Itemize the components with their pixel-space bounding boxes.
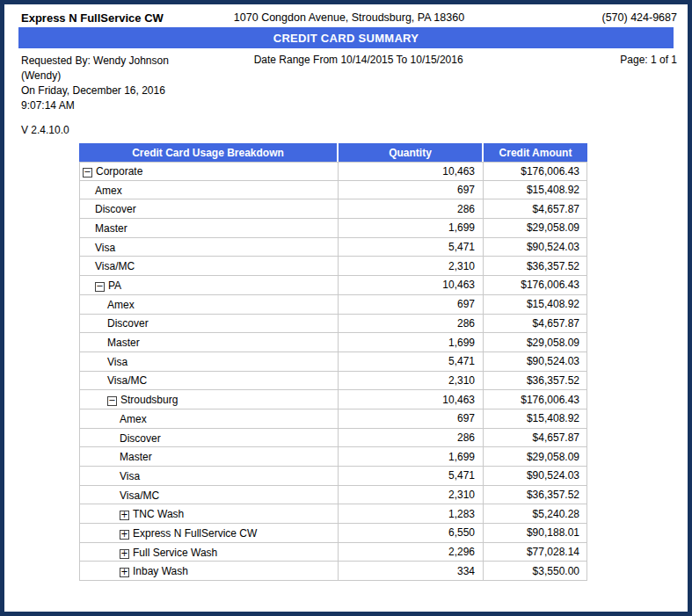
breakdown-cell: Amex <box>79 181 339 200</box>
table-row: −Corporate 10,463 $176,006.43 <box>79 162 587 181</box>
amount-cell: $90,524.03 <box>484 352 587 372</box>
table-row: +Inbay Wash 334 $3,550.00 <box>79 562 587 581</box>
quantity-cell: 5,471 <box>339 467 484 486</box>
table-row: Visa/MC 2,310 $36,357.52 <box>79 486 587 505</box>
report-table-container: Credit Card Usage Breakdown Quantity Cre… <box>79 143 587 581</box>
requested-by-block: Requested By: Wendy Johnson (Wendy) On F… <box>21 54 227 138</box>
row-label: Full Service Wash <box>133 546 217 558</box>
row-label: Amex <box>107 299 135 311</box>
amount-cell: $29,058.09 <box>484 219 587 238</box>
version-label: V 2.4.10.0 <box>21 123 227 138</box>
breakdown-cell: +Full Service Wash <box>79 543 339 562</box>
business-address: 1070 Congdon Avenue, Stroudsburg, PA 183… <box>214 11 484 24</box>
expand-icon[interactable]: + <box>120 530 129 540</box>
breakdown-cell: +TNC Wash <box>79 504 339 524</box>
quantity-cell: 286 <box>339 429 484 448</box>
requested-time: 9:07:14 AM <box>21 98 227 113</box>
quantity-cell: 1,283 <box>339 504 484 524</box>
requested-by-line: Requested By: Wendy Johnson <box>21 54 227 69</box>
collapse-icon[interactable]: − <box>83 168 92 178</box>
quantity-cell: 2,296 <box>339 543 484 562</box>
breakdown-cell: Visa <box>79 352 339 372</box>
amount-cell: $90,524.03 <box>484 467 587 486</box>
expand-icon[interactable]: + <box>120 549 129 559</box>
quantity-cell: 697 <box>339 295 484 315</box>
quantity-cell: 5,471 <box>339 238 484 257</box>
row-label: Discover <box>120 431 161 444</box>
breakdown-cell: Amex <box>79 409 339 429</box>
amount-cell: $36,357.52 <box>484 372 587 391</box>
business-name: Express N FullService CW <box>21 11 214 25</box>
amount-cell: $176,006.43 <box>484 162 587 181</box>
breakdown-cell: Master <box>79 219 339 238</box>
collapse-icon[interactable]: − <box>95 282 105 292</box>
quantity-cell: 1,699 <box>339 447 484 467</box>
requested-by-user: (Wendy) <box>21 69 227 83</box>
table-row: Visa/MC 2,310 $36,357.52 <box>79 372 587 391</box>
table-row: −Stroudsburg 10,463 $176,006.43 <box>79 390 587 409</box>
table-row: +Full Service Wash 2,296 $77,028.14 <box>79 543 587 562</box>
table-row: Visa 5,471 $90,524.03 <box>79 467 587 486</box>
report-title: CREDIT CARD SUMMARY <box>273 32 419 45</box>
quantity-cell: 10,463 <box>339 390 484 409</box>
quantity-cell: 2,310 <box>339 486 484 505</box>
breakdown-cell: Discover <box>79 429 339 448</box>
report-title-bar: CREDIT CARD SUMMARY <box>18 27 674 48</box>
breakdown-cell: Visa/MC <box>79 372 339 391</box>
breakdown-cell: −Corporate <box>79 162 339 181</box>
row-label: Visa <box>120 470 140 482</box>
row-label: Amex <box>120 413 147 425</box>
amount-cell: $29,058.09 <box>484 333 587 352</box>
quantity-cell: 286 <box>339 199 484 219</box>
row-label: Visa/MC <box>95 260 135 272</box>
breakdown-cell: +Inbay Wash <box>79 562 339 581</box>
amount-cell: $15,408.92 <box>484 295 587 315</box>
amount-cell: $4,657.87 <box>484 429 587 448</box>
row-label: Discover <box>95 203 136 215</box>
row-label: PA <box>108 279 121 292</box>
amount-cell: $90,524.03 <box>484 238 587 257</box>
expand-icon[interactable]: + <box>120 511 129 520</box>
row-label: Discover <box>107 317 149 330</box>
amount-cell: $36,357.52 <box>484 486 587 505</box>
quantity-cell: 697 <box>339 181 484 200</box>
amount-cell: $36,357.52 <box>484 257 587 276</box>
amount-cell: $176,006.43 <box>484 276 587 295</box>
report-info: Requested By: Wendy Johnson (Wendy) On F… <box>4 54 688 138</box>
table-row: Discover 286 $4,657.87 <box>79 429 587 448</box>
quantity-cell: 2,310 <box>339 257 484 276</box>
breakdown-cell: Amex <box>79 295 339 315</box>
table-row: −PA 10,463 $176,006.43 <box>79 276 587 295</box>
table-row: Discover 286 $4,657.87 <box>79 315 587 334</box>
row-label: Corporate <box>96 165 142 178</box>
table-row: Amex 697 $15,408.92 <box>79 409 587 429</box>
column-header-breakdown: Credit Card Usage Breakdown <box>79 143 339 162</box>
row-label: Master <box>95 222 127 235</box>
quantity-cell: 6,550 <box>339 524 484 543</box>
row-label: Master <box>107 337 140 349</box>
page-number-label: Page: 1 of 1 <box>490 54 677 66</box>
table-row: +Express N FullService CW 6,550 $90,188.… <box>79 524 587 543</box>
quantity-cell: 334 <box>339 562 484 581</box>
amount-cell: $77,028.14 <box>484 543 587 562</box>
breakdown-cell: Master <box>79 333 339 352</box>
expand-icon[interactable]: + <box>120 568 129 577</box>
row-label: Inbay Wash <box>133 565 188 577</box>
table-row: +TNC Wash 1,283 $5,240.28 <box>79 504 587 524</box>
row-label: Stroudsburg <box>120 394 178 406</box>
row-label: Visa/MC <box>120 489 159 501</box>
table-row: Discover 286 $4,657.87 <box>79 199 587 219</box>
amount-cell: $15,408.92 <box>484 409 587 429</box>
row-label: TNC Wash <box>133 508 184 520</box>
breakdown-cell: −Stroudsburg <box>79 390 339 409</box>
breakdown-cell: Discover <box>79 315 339 334</box>
amount-cell: $4,657.87 <box>484 315 587 334</box>
quantity-cell: 1,699 <box>339 333 484 352</box>
column-header-quantity: Quantity <box>339 143 484 162</box>
row-label: Express N FullService CW <box>133 527 257 540</box>
row-label: Amex <box>95 184 122 196</box>
breakdown-cell: Discover <box>79 199 339 219</box>
quantity-cell: 10,463 <box>339 162 484 181</box>
collapse-icon[interactable]: − <box>107 396 117 406</box>
breakdown-cell: Visa <box>79 467 339 486</box>
